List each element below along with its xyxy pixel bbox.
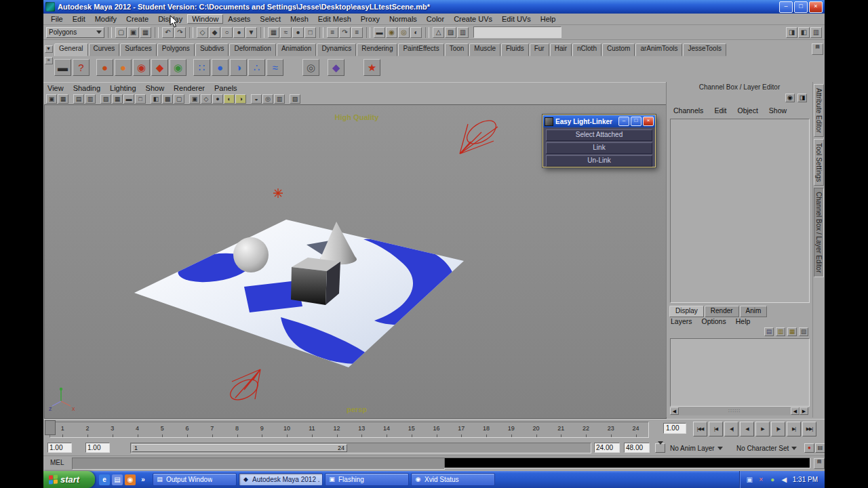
light-linker-minimize-button[interactable]: – bbox=[618, 117, 629, 126]
frame-tick[interactable]: 17 bbox=[449, 422, 474, 437]
playback-start-field[interactable]: 1.00 bbox=[85, 443, 110, 453]
shelf-tab[interactable]: Subdivs bbox=[195, 43, 229, 56]
sphere-object[interactable] bbox=[233, 237, 269, 272]
shelf-tab[interactable]: Fluids bbox=[501, 43, 529, 56]
frame-tick[interactable]: 11 bbox=[300, 422, 325, 437]
select-object-icon[interactable]: ◆ bbox=[209, 27, 220, 38]
start-button[interactable]: start bbox=[43, 471, 95, 488]
save-scene-icon[interactable]: ▦ bbox=[140, 27, 151, 38]
lock-selection-icon[interactable]: ▼ bbox=[245, 27, 257, 38]
menu-item[interactable]: Color bbox=[422, 14, 449, 24]
menu-item[interactable]: Create bbox=[121, 14, 153, 24]
snap-point-icon[interactable]: ● bbox=[292, 27, 304, 38]
shelf-tab[interactable]: Deformation bbox=[229, 43, 275, 56]
shelf-icon-slate[interactable]: ▬ bbox=[54, 59, 71, 76]
shelf-tab[interactable]: Rendering bbox=[357, 43, 397, 56]
layer-editor-menu-item[interactable]: Help bbox=[736, 317, 751, 325]
xray-icon[interactable]: ▥ bbox=[274, 94, 285, 104]
resolution-gate-icon[interactable]: □ bbox=[135, 94, 146, 104]
frame-tick[interactable]: 2 bbox=[75, 422, 100, 437]
bookmarks-icon[interactable]: ▥ bbox=[85, 94, 96, 104]
shelf-icon-particles-blue[interactable]: ∴ bbox=[248, 59, 265, 76]
shelf-icon-magnet-red[interactable]: ● bbox=[96, 59, 113, 76]
shadows-icon[interactable]: ◒ bbox=[251, 94, 262, 104]
show-tool-settings-icon[interactable]: ◧ bbox=[798, 27, 810, 38]
frame-tick[interactable]: 19 bbox=[499, 422, 524, 437]
scroll-right-button[interactable]: ▶ bbox=[800, 407, 808, 415]
frame-tick[interactable]: 15 bbox=[399, 422, 425, 437]
channel-box-menu-item[interactable]: Show bbox=[769, 106, 787, 115]
toolbar-separator[interactable] bbox=[108, 27, 112, 38]
image-plane-icon[interactable]: ▨ bbox=[100, 94, 111, 104]
play-backwards-button[interactable]: ◀ bbox=[740, 422, 754, 436]
snap-grid-icon[interactable]: ▦ bbox=[268, 27, 279, 38]
render-settings-icon[interactable]: ◐ bbox=[410, 27, 422, 38]
animation-end-field[interactable]: 48.00 bbox=[624, 443, 650, 453]
new-scene-icon[interactable]: ▢ bbox=[115, 27, 127, 38]
shelf-icon-magnet-orange[interactable]: ● bbox=[115, 59, 132, 76]
layer-editor-menu-item[interactable]: Layers bbox=[671, 317, 692, 325]
textured-mode-icon[interactable]: ◐ bbox=[224, 94, 235, 104]
shelf-tab[interactable]: Custom bbox=[602, 43, 635, 56]
panel-menu-item[interactable]: Show bbox=[146, 84, 170, 92]
channel-list-area[interactable] bbox=[670, 119, 810, 303]
layer-options-icon[interactable]: ▧ bbox=[799, 327, 808, 336]
frame-tick[interactable]: 16 bbox=[424, 422, 449, 437]
new-empty-layer-icon[interactable]: ▤ bbox=[764, 327, 774, 336]
shaded-mode-icon[interactable]: ● bbox=[212, 94, 223, 104]
channel-box-menu-item[interactable]: Object bbox=[737, 106, 757, 115]
channel-settings-icon[interactable]: ◨ bbox=[797, 94, 807, 102]
select-hierarchy-icon[interactable]: ◇ bbox=[197, 27, 208, 38]
menu-item[interactable]: Modify bbox=[90, 14, 121, 24]
menu-item[interactable]: Select bbox=[255, 14, 285, 24]
shelf-tab[interactable]: nCloth bbox=[572, 43, 601, 56]
menu-item[interactable]: Help bbox=[536, 14, 561, 24]
current-frame-marker[interactable] bbox=[45, 420, 56, 435]
shelf-tab[interactable]: Animation bbox=[277, 43, 316, 56]
animation-preferences-button[interactable]: ▤ bbox=[815, 443, 825, 453]
list-outputs-icon[interactable]: ≡ bbox=[351, 27, 363, 38]
frame-tick[interactable]: 23 bbox=[599, 422, 624, 437]
unlink-button[interactable]: Un-Link bbox=[546, 155, 652, 167]
character-set-dropdown[interactable]: No Character Set bbox=[735, 443, 798, 453]
toolbar-separator[interactable] bbox=[155, 27, 159, 38]
help-line-icon[interactable]: ▥ bbox=[457, 27, 469, 38]
go-to-start-button[interactable]: |◀◀ bbox=[693, 422, 707, 436]
tray-display-icon[interactable]: ▣ bbox=[745, 475, 754, 484]
frame-tick[interactable]: 10 bbox=[275, 422, 300, 437]
task-output-window[interactable]: ▤ Output Window bbox=[153, 473, 237, 486]
scroll-left-button[interactable]: ◀ bbox=[670, 407, 679, 415]
safe-title-icon[interactable]: ▣ bbox=[189, 94, 200, 104]
shelf-tab[interactable]: General bbox=[54, 43, 88, 56]
light-linker-maximize-button[interactable]: □ bbox=[631, 117, 642, 126]
shelf-tab[interactable]: Fur bbox=[530, 43, 549, 56]
toolbar-separator[interactable] bbox=[319, 27, 323, 38]
paint-effects-icon[interactable]: △ bbox=[433, 27, 444, 38]
numeric-input-field[interactable] bbox=[473, 26, 561, 38]
use-all-lights-icon[interactable]: ◑ bbox=[235, 94, 246, 104]
frame-tick[interactable]: 6 bbox=[175, 422, 200, 437]
command-line-output[interactable] bbox=[444, 458, 810, 468]
frame-tick[interactable]: 13 bbox=[349, 422, 374, 437]
layer-editor-tab[interactable]: Display bbox=[669, 306, 704, 317]
select-component-icon[interactable]: ○ bbox=[221, 27, 233, 38]
panel-menu-item[interactable]: View bbox=[47, 84, 69, 92]
shelf-icon-magnet-blue[interactable]: ● bbox=[212, 59, 229, 76]
construction-history-icon[interactable]: ↷ bbox=[339, 27, 351, 38]
snap-curve-icon[interactable]: ≈ bbox=[280, 27, 292, 38]
step-back-frame-button[interactable]: |◀ bbox=[709, 422, 723, 436]
playback-end-field[interactable]: 24.00 bbox=[594, 443, 620, 453]
frame-tick[interactable]: 22 bbox=[574, 422, 599, 437]
cube-object[interactable] bbox=[291, 258, 340, 305]
shelf-tab[interactable]: JesseTools bbox=[683, 43, 726, 56]
wireframe-mode-icon[interactable]: ◇ bbox=[201, 94, 212, 104]
panel-menu-item[interactable]: Shading bbox=[73, 84, 106, 92]
step-forward-frame-button[interactable]: ▶| bbox=[787, 422, 801, 436]
step-forward-key-button[interactable]: |▶ bbox=[771, 422, 785, 436]
frame-tick[interactable]: 14 bbox=[374, 422, 399, 437]
layer-editor-menu-item[interactable]: Options bbox=[702, 317, 726, 325]
toolbar-separator[interactable] bbox=[189, 27, 193, 38]
channel-box-menu-item[interactable]: Edit bbox=[714, 106, 726, 115]
select-mask-icon[interactable]: ● bbox=[233, 27, 245, 38]
selection-mode-dropdown[interactable]: Polygons bbox=[46, 27, 104, 38]
